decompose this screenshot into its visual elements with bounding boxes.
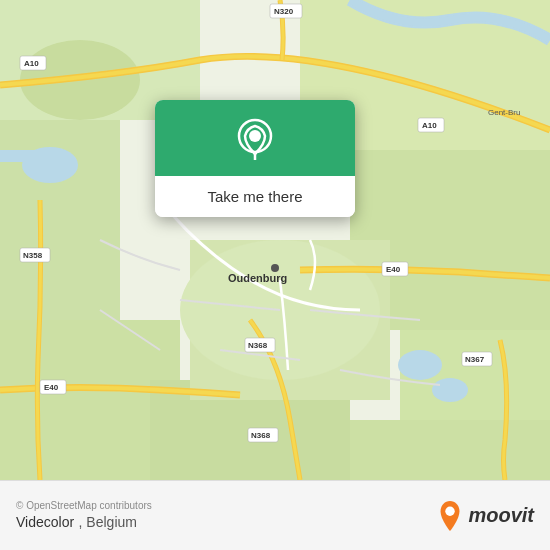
svg-point-14 <box>398 350 442 380</box>
svg-point-15 <box>432 378 468 402</box>
svg-rect-9 <box>350 420 550 480</box>
take-me-there-button[interactable]: Take me there <box>155 176 355 217</box>
copyright-text: © OpenStreetMap contributors <box>16 500 152 511</box>
svg-text:A10: A10 <box>24 59 39 68</box>
button-label: Take me there <box>207 188 302 205</box>
svg-text:Gent-Bru: Gent-Bru <box>488 108 520 117</box>
svg-text:N320: N320 <box>274 7 294 16</box>
popup-green-header <box>155 100 355 176</box>
location-info: Videcolor , Belgium <box>16 513 152 531</box>
moovit-text: moovit <box>468 504 534 527</box>
svg-text:E40: E40 <box>386 265 401 274</box>
svg-text:E40: E40 <box>44 383 59 392</box>
svg-text:N368: N368 <box>248 341 268 350</box>
svg-point-38 <box>249 130 261 142</box>
svg-text:N367: N367 <box>465 355 485 364</box>
moovit-logo: moovit <box>436 499 534 533</box>
svg-text:A10: A10 <box>422 121 437 130</box>
svg-text:N368: N368 <box>251 431 271 440</box>
moovit-pin-icon <box>436 499 464 533</box>
svg-rect-13 <box>0 150 40 162</box>
location-country: , Belgium <box>79 514 137 530</box>
footer-left: © OpenStreetMap contributors Videcolor ,… <box>16 500 152 531</box>
svg-text:N358: N358 <box>23 251 43 260</box>
map-container: N320 A10 A10 Gent-Bru E40 E40 N358 N368 … <box>0 0 550 480</box>
location-pin-icon <box>233 118 277 162</box>
svg-point-36 <box>271 264 279 272</box>
popup-card: Take me there <box>155 100 355 217</box>
svg-text:Oudenburg: Oudenburg <box>228 272 287 284</box>
svg-point-39 <box>446 506 455 515</box>
location-name: Videcolor <box>16 514 74 530</box>
footer: © OpenStreetMap contributors Videcolor ,… <box>0 480 550 550</box>
